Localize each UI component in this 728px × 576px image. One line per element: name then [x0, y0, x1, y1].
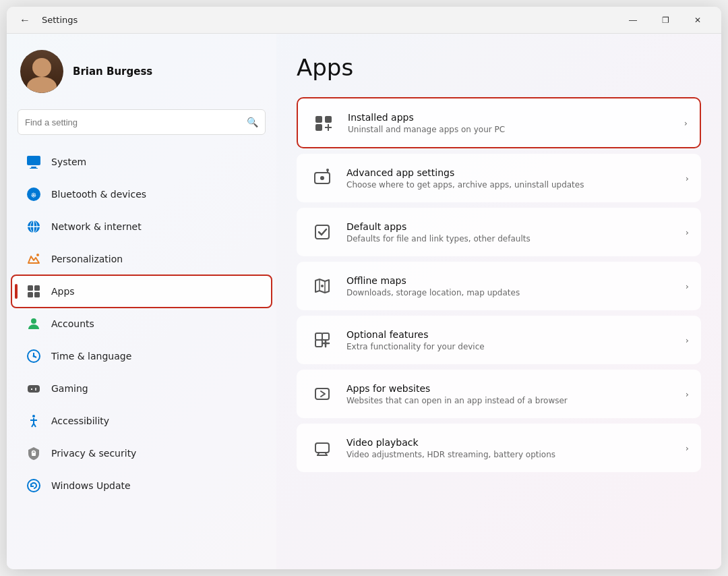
video-playback-icon [309, 434, 336, 461]
svg-rect-43 [315, 333, 322, 340]
offline-maps-card[interactable]: Offline maps Downloads, storage location… [297, 262, 701, 310]
svg-rect-0 [27, 156, 40, 165]
apps-websites-subtitle: Websites that can open in an app instead… [346, 396, 679, 405]
optional-features-chevron: › [686, 335, 689, 345]
optional-features-icon [309, 326, 336, 353]
page-title: Apps [297, 54, 701, 81]
video-playback-chevron: › [686, 443, 689, 453]
close-button[interactable]: ✕ [682, 9, 713, 31]
sidebar-item-update[interactable]: Windows Update [12, 470, 271, 501]
svg-rect-30 [315, 116, 322, 123]
titlebar-left: ← Settings [15, 10, 617, 30]
svg-line-26 [34, 424, 36, 427]
gaming-icon [26, 380, 42, 397]
offline-maps-icon [309, 272, 336, 299]
installed-apps-icon [310, 109, 337, 136]
apps-icon [26, 283, 42, 299]
user-name: Brian Burgess [73, 65, 152, 78]
search-box[interactable]: 🔍 [18, 109, 266, 135]
optional-features-title: Optional features [346, 329, 679, 340]
minimize-button[interactable]: — [617, 9, 648, 31]
sidebar-item-privacy[interactable]: Privacy & security [12, 438, 271, 469]
system-icon [26, 154, 42, 170]
sidebar-item-label-accounts: Accounts [51, 318, 94, 329]
svg-rect-17 [28, 385, 40, 393]
content-area: Brian Burgess 🔍 System ⎈ Bluetooth & dev… [7, 34, 721, 569]
video-playback-title: Video playback [346, 437, 679, 448]
network-icon [26, 219, 42, 235]
main-panel: Apps Installed apps Uninstall and manage… [276, 34, 721, 569]
svg-rect-8 [28, 285, 33, 291]
settings-window: ← Settings — ❐ ✕ Brian Burgess 🔍 [7, 7, 721, 569]
bluetooth-icon: ⎈ [26, 186, 42, 202]
svg-rect-44 [322, 333, 329, 340]
apps-websites-card[interactable]: Apps for websites Websites that can open… [297, 370, 701, 418]
titlebar-controls: — ❐ ✕ [617, 9, 713, 31]
sidebar-item-system[interactable]: System [12, 146, 271, 177]
titlebar-title: Settings [42, 15, 78, 25]
svg-rect-39 [315, 225, 329, 239]
sidebar-item-accessibility[interactable]: Accessibility [12, 405, 271, 436]
offline-maps-subtitle: Downloads, storage location, map updates [346, 288, 679, 297]
search-icon: 🔍 [247, 117, 258, 127]
advanced-settings-icon [309, 165, 336, 192]
sidebar-item-network[interactable]: Network & internet [12, 211, 271, 242]
sidebar-item-label-privacy: Privacy & security [51, 448, 136, 459]
optional-features-subtitle: Extra functionality for your device [346, 342, 679, 351]
back-button[interactable]: ← [15, 10, 35, 30]
default-apps-card[interactable]: Default apps Defaults for file and link … [297, 208, 701, 256]
accessibility-icon [26, 413, 42, 429]
sidebar: Brian Burgess 🔍 System ⎈ Bluetooth & dev… [7, 34, 276, 569]
svg-point-36 [320, 176, 324, 180]
svg-rect-32 [325, 116, 332, 123]
update-icon [26, 478, 42, 494]
optional-features-card[interactable]: Optional features Extra functionality fo… [297, 316, 701, 364]
avatar [20, 50, 63, 93]
svg-rect-9 [34, 285, 40, 291]
svg-rect-1 [31, 167, 36, 168]
advanced-app-settings-card[interactable]: Advanced app settings Choose where to ge… [297, 154, 701, 202]
user-section: Brian Burgess [7, 34, 276, 104]
sidebar-item-apps[interactable]: Apps [12, 276, 271, 307]
offline-maps-title: Offline maps [346, 275, 679, 286]
svg-point-21 [35, 389, 36, 391]
avatar-image [20, 50, 63, 93]
installed-apps-title: Installed apps [348, 112, 677, 123]
svg-point-16 [33, 355, 35, 357]
accounts-icon [26, 316, 42, 332]
sidebar-item-time[interactable]: Time & language [12, 341, 271, 372]
default-apps-chevron: › [686, 227, 689, 237]
svg-rect-49 [315, 443, 329, 453]
video-playback-card[interactable]: Video playback Video adjustments, HDR st… [297, 424, 701, 472]
svg-point-7 [36, 254, 39, 256]
svg-point-42 [321, 285, 324, 287]
privacy-icon [26, 445, 42, 461]
sidebar-item-label-system: System [51, 156, 86, 167]
sidebar-item-label-gaming: Gaming [51, 383, 88, 394]
apps-websites-chevron: › [686, 389, 689, 399]
sidebar-item-label-apps: Apps [51, 286, 75, 297]
svg-rect-48 [315, 388, 329, 399]
offline-maps-text: Offline maps Downloads, storage location… [346, 275, 679, 297]
search-input[interactable] [25, 117, 247, 127]
personalization-icon [26, 251, 42, 267]
sidebar-item-label-update: Windows Update [51, 480, 131, 491]
sidebar-item-accounts[interactable]: Accounts [12, 308, 271, 339]
sidebar-item-label-network: Network & internet [51, 221, 142, 232]
advanced-app-settings-chevron: › [686, 173, 689, 183]
advanced-app-settings-subtitle: Choose where to get apps, archive apps, … [346, 180, 679, 190]
sidebar-item-bluetooth[interactable]: ⎈ Bluetooth & devices [12, 179, 271, 210]
svg-rect-2 [30, 168, 38, 169]
installed-apps-card[interactable]: Installed apps Uninstall and manage apps… [297, 97, 701, 148]
time-icon [26, 348, 42, 364]
titlebar: ← Settings — ❐ ✕ [7, 7, 721, 34]
apps-websites-text: Apps for websites Websites that can open… [346, 383, 679, 405]
sidebar-item-personalization[interactable]: Personalization [12, 243, 271, 275]
sidebar-item-gaming[interactable]: Gaming [12, 373, 271, 404]
svg-rect-11 [34, 292, 40, 297]
installed-apps-chevron: › [684, 118, 688, 128]
svg-point-20 [35, 388, 36, 389]
advanced-app-settings-title: Advanced app settings [346, 167, 679, 178]
maximize-button[interactable]: ❐ [650, 9, 681, 31]
svg-point-22 [32, 415, 35, 417]
